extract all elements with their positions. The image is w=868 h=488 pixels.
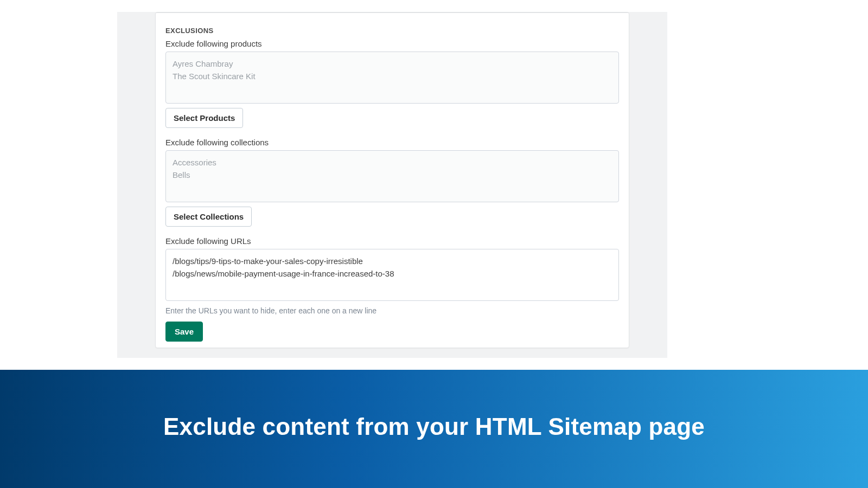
urls-textarea[interactable]: /blogs/tips/9-tips-to-make-your-sales-co…	[165, 249, 619, 301]
select-products-button[interactable]: Select Products	[165, 108, 243, 128]
products-label: Exclude following products	[165, 39, 619, 48]
section-title: EXCLUSIONS	[165, 27, 619, 35]
product-item: Ayres Chambray	[173, 57, 612, 70]
collection-item: Accessories	[173, 156, 612, 169]
collection-item: Bells	[173, 169, 612, 181]
settings-panel: EXCLUSIONS Exclude following products Ay…	[117, 12, 667, 358]
urls-help-text: Enter the URLs you want to hide, enter e…	[165, 306, 619, 315]
exclusions-card: EXCLUSIONS Exclude following products Ay…	[155, 12, 629, 348]
url-item: /blogs/news/mobile-payment-usage-in-fran…	[173, 267, 612, 280]
save-button[interactable]: Save	[165, 322, 203, 342]
urls-label: Exclude following URLs	[165, 236, 619, 246]
collections-selected-box[interactable]: Accessories Bells	[165, 150, 619, 202]
collections-label: Exclude following collections	[165, 138, 619, 147]
product-item: The Scout Skincare Kit	[173, 70, 612, 82]
marketing-banner: Exclude content from your HTML Sitemap p…	[0, 370, 868, 488]
products-selected-box[interactable]: Ayres Chambray The Scout Skincare Kit	[165, 52, 619, 104]
select-collections-button[interactable]: Select Collections	[165, 207, 252, 227]
banner-headline: Exclude content from your HTML Sitemap p…	[163, 413, 705, 440]
url-item: /blogs/tips/9-tips-to-make-your-sales-co…	[173, 255, 612, 267]
